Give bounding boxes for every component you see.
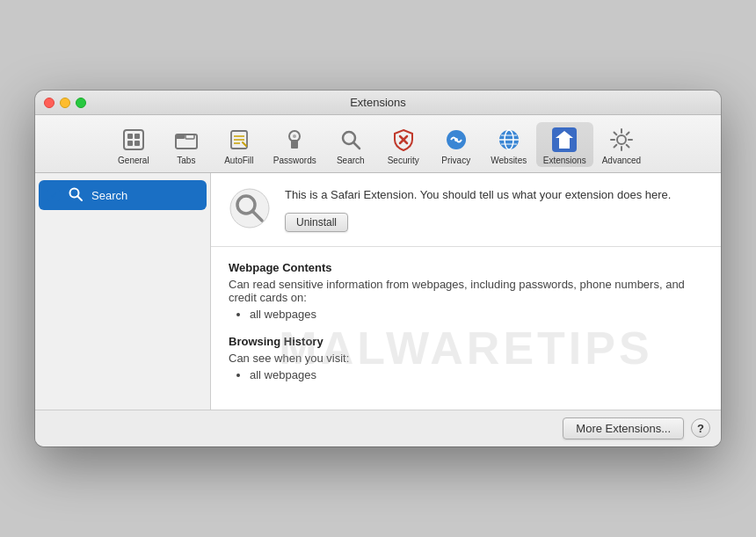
extension-checkbox[interactable]: ✓ bbox=[47, 189, 60, 201]
svg-rect-6 bbox=[176, 134, 185, 139]
extension-icon bbox=[229, 187, 271, 229]
toolbar-item-extensions[interactable]: Extensions bbox=[536, 122, 593, 167]
svg-rect-3 bbox=[127, 141, 133, 146]
webpage-contents-list: all webpages bbox=[229, 308, 703, 321]
close-button[interactable] bbox=[44, 98, 55, 108]
svg-rect-7 bbox=[185, 134, 194, 139]
sidebar-item-label: Search bbox=[91, 189, 127, 202]
general-label: General bbox=[118, 156, 149, 165]
toolbar-item-security[interactable]: Security bbox=[378, 122, 429, 167]
sidebar-item-search-ext[interactable]: ✓ Search bbox=[39, 180, 207, 210]
main-window: Extensions General bbox=[35, 91, 721, 446]
passwords-icon bbox=[280, 126, 309, 154]
svg-line-35 bbox=[614, 145, 616, 148]
window-title: Extensions bbox=[350, 96, 406, 109]
traffic-lights bbox=[44, 98, 86, 108]
websites-icon bbox=[495, 126, 523, 154]
privacy-icon bbox=[442, 126, 470, 154]
browsing-history-title: Browsing History bbox=[229, 335, 703, 348]
uninstall-button[interactable]: Uninstall bbox=[285, 213, 348, 232]
svg-point-14 bbox=[293, 134, 296, 138]
svg-point-38 bbox=[230, 189, 269, 228]
extension-description: This is a Safari Extension. You should t… bbox=[285, 187, 703, 203]
svg-rect-2 bbox=[134, 134, 140, 139]
toolbar-item-passwords[interactable]: Passwords bbox=[266, 122, 323, 167]
webpage-contents-section: Webpage Contents Can read sensitive info… bbox=[229, 261, 703, 321]
bottom-bar: More Extensions... ? bbox=[35, 410, 721, 446]
svg-rect-13 bbox=[291, 140, 298, 149]
browsing-history-item-0: all webpages bbox=[250, 368, 703, 381]
advanced-label: Advanced bbox=[602, 156, 641, 165]
advanced-icon bbox=[607, 126, 636, 154]
svg-line-33 bbox=[627, 145, 629, 148]
webpage-contents-title: Webpage Contents bbox=[229, 261, 703, 274]
maximize-button[interactable] bbox=[76, 98, 86, 108]
toolbar-item-advanced[interactable]: Advanced bbox=[595, 122, 648, 167]
svg-point-27 bbox=[617, 135, 626, 144]
search-icon bbox=[337, 126, 365, 154]
help-button[interactable]: ? bbox=[691, 418, 710, 438]
toolbar-item-autofill[interactable]: AutoFill bbox=[214, 122, 265, 167]
checkmark-icon: ✓ bbox=[50, 191, 57, 200]
security-label: Security bbox=[388, 156, 419, 165]
extensions-label: Extensions bbox=[543, 156, 586, 165]
tabs-icon bbox=[172, 126, 200, 154]
tabs-label: Tabs bbox=[177, 156, 195, 165]
svg-line-34 bbox=[627, 133, 629, 135]
webpage-contents-item-0: all webpages bbox=[250, 308, 703, 321]
detail-panel: This is a Safari Extension. You should t… bbox=[211, 173, 721, 409]
autofill-label: AutoFill bbox=[224, 156, 253, 165]
titlebar: Extensions bbox=[35, 91, 721, 115]
sidebar-search-icon bbox=[67, 185, 84, 203]
sidebar: ✓ Search bbox=[35, 173, 211, 409]
svg-point-20 bbox=[454, 138, 458, 142]
browsing-history-desc: Can see when you visit: bbox=[229, 352, 703, 365]
browsing-history-section: Browsing History Can see when you visit:… bbox=[229, 335, 703, 381]
search-label: Search bbox=[337, 156, 365, 165]
svg-line-32 bbox=[614, 133, 616, 135]
extensions-icon bbox=[550, 126, 578, 154]
autofill-icon bbox=[225, 126, 253, 154]
extension-header: This is a Safari Extension. You should t… bbox=[211, 173, 721, 246]
svg-rect-1 bbox=[127, 134, 133, 139]
svg-line-16 bbox=[353, 142, 360, 149]
security-icon bbox=[389, 126, 418, 154]
toolbar-item-general[interactable]: General bbox=[108, 122, 159, 167]
content-area: ✓ Search bbox=[35, 173, 721, 409]
svg-rect-0 bbox=[124, 130, 143, 149]
privacy-label: Privacy bbox=[441, 156, 470, 165]
toolbar-item-websites[interactable]: Websites bbox=[483, 122, 534, 167]
more-extensions-button[interactable]: More Extensions... bbox=[563, 417, 684, 439]
minimize-button[interactable] bbox=[60, 98, 70, 108]
toolbar-item-search[interactable]: Search bbox=[325, 122, 376, 167]
toolbar-item-privacy[interactable]: Privacy bbox=[431, 122, 482, 167]
toolbar-item-tabs[interactable]: Tabs bbox=[161, 122, 212, 167]
browsing-history-list: all webpages bbox=[229, 368, 703, 381]
toolbar-items: General Tabs bbox=[108, 122, 648, 167]
webpage-contents-desc: Can read sensitive information from webp… bbox=[229, 278, 703, 304]
websites-label: Websites bbox=[491, 156, 527, 165]
svg-line-37 bbox=[77, 196, 82, 200]
toolbar: General Tabs bbox=[35, 115, 721, 173]
svg-rect-4 bbox=[134, 141, 140, 146]
passwords-label: Passwords bbox=[273, 156, 316, 165]
permissions-section: Webpage Contents Can read sensitive info… bbox=[211, 247, 721, 410]
extension-info: This is a Safari Extension. You should t… bbox=[285, 187, 703, 231]
general-icon bbox=[120, 126, 148, 154]
